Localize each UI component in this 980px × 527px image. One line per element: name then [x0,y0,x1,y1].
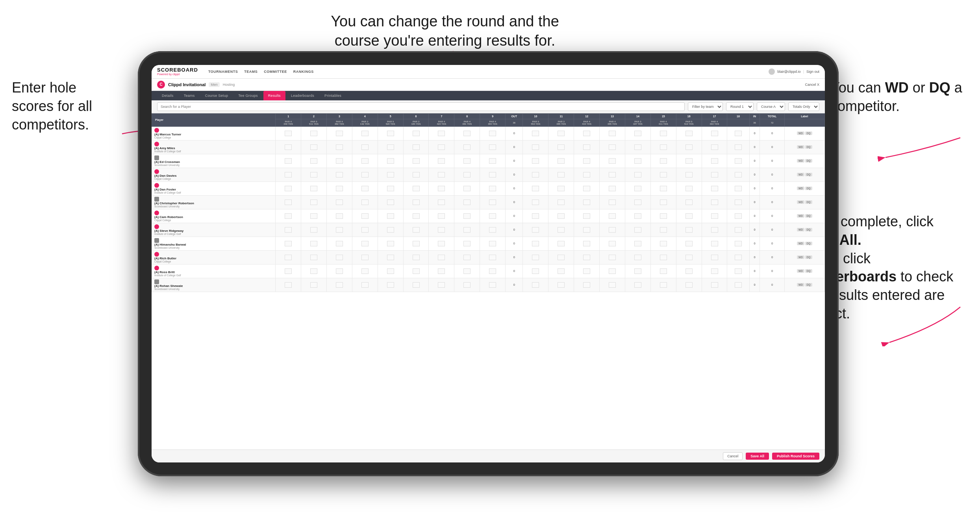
hole-5-cell[interactable] [378,168,403,181]
hole-17-cell[interactable] [702,237,727,250]
hole-4-input[interactable] [361,241,369,246]
sign-out-link[interactable]: Sign out [806,70,819,74]
hole-13-cell[interactable] [600,126,625,140]
hole-14-cell[interactable] [625,195,650,209]
hole-10-input[interactable] [532,227,539,233]
hole-15-input[interactable] [660,186,667,191]
hole-9-cell[interactable] [480,223,506,237]
hole-17-input[interactable] [711,255,718,260]
hole-17-input[interactable] [711,282,718,288]
hole-18-cell[interactable] [727,181,749,195]
hole-4-cell[interactable] [352,140,378,154]
hole-9-cell[interactable] [480,140,506,154]
hole-1-input[interactable] [285,282,292,288]
hole-6-cell[interactable] [403,168,429,181]
hole-10-cell[interactable] [523,168,548,181]
hole-11-cell[interactable] [548,223,574,237]
hole-3-cell[interactable] [326,154,352,168]
hole-14-cell[interactable] [625,140,650,154]
hole-17-cell[interactable] [702,181,727,195]
hole-2-input[interactable] [310,172,317,178]
hole-11-cell[interactable] [548,209,574,223]
course-select[interactable]: Course A Course B [757,102,785,111]
hole-1-input[interactable] [285,131,292,136]
hole-1-input[interactable] [285,268,292,274]
hole-9-input[interactable] [489,186,496,191]
wd-button[interactable]: WD [797,187,804,190]
hole-7-input[interactable] [438,282,445,288]
hole-2-input[interactable] [310,131,317,136]
hole-5-cell[interactable] [378,223,403,237]
hole-10-input[interactable] [532,241,539,246]
wd-button[interactable]: WD [797,200,804,204]
hole-4-cell[interactable] [352,195,378,209]
hole-17-cell[interactable] [702,195,727,209]
hole-5-cell[interactable] [378,154,403,168]
hole-4-cell[interactable] [352,264,378,278]
hole-4-input[interactable] [361,255,369,260]
hole-3-input[interactable] [336,172,343,178]
dq-button[interactable]: DQ [805,228,812,231]
hole-12-input[interactable] [583,241,590,246]
hole-9-cell[interactable] [480,126,506,140]
save-all-button[interactable]: Save All [746,453,769,460]
hole-1-input[interactable] [285,186,292,191]
hole-16-cell[interactable] [676,195,702,209]
hole-8-cell[interactable] [454,140,480,154]
hole-12-cell[interactable] [574,168,600,181]
nav-tournaments[interactable]: TOURNAMENTS [208,70,238,74]
hole-13-cell[interactable] [600,278,625,292]
hole-12-cell[interactable] [574,237,600,250]
hole-10-cell[interactable] [523,181,548,195]
hole-15-cell[interactable] [650,181,676,195]
hole-11-input[interactable] [558,227,565,233]
hole-6-input[interactable] [413,255,420,260]
hole-13-cell[interactable] [600,223,625,237]
hole-7-cell[interactable] [429,223,454,237]
hole-18-input[interactable] [735,282,742,288]
dq-button[interactable]: DQ [805,145,812,149]
hole-16-input[interactable] [685,172,693,178]
hole-13-cell[interactable] [600,181,625,195]
hole-10-cell[interactable] [523,278,548,292]
hole-15-cell[interactable] [650,168,676,181]
hole-12-input[interactable] [583,227,590,233]
hole-7-cell[interactable] [429,140,454,154]
hole-17-cell[interactable] [702,264,727,278]
hole-6-input[interactable] [413,158,420,164]
hole-11-cell[interactable] [548,140,574,154]
hole-15-cell[interactable] [650,223,676,237]
hole-16-cell[interactable] [676,209,702,223]
hole-9-input[interactable] [489,282,496,288]
hole-7-input[interactable] [438,158,445,164]
hole-12-input[interactable] [583,186,590,191]
tab-leaderboards[interactable]: Leaderboards [286,91,319,100]
hole-14-input[interactable] [634,241,641,246]
hole-15-cell[interactable] [650,126,676,140]
hole-7-cell[interactable] [429,209,454,223]
tab-course-setup[interactable]: Course Setup [200,91,233,100]
hole-3-cell[interactable] [326,126,352,140]
hole-6-cell[interactable] [403,209,429,223]
hole-17-cell[interactable] [702,278,727,292]
hole-5-cell[interactable] [378,140,403,154]
hole-2-cell[interactable] [301,195,327,209]
hole-7-input[interactable] [438,186,445,191]
hole-2-input[interactable] [310,255,317,260]
hole-17-cell[interactable] [702,250,727,264]
hole-3-input[interactable] [336,186,343,191]
hole-4-cell[interactable] [352,250,378,264]
hole-10-input[interactable] [532,158,539,164]
hole-13-input[interactable] [609,213,616,219]
hole-15-cell[interactable] [650,154,676,168]
tab-tee-groups[interactable]: Tee Groups [233,91,263,100]
hole-15-input[interactable] [660,255,667,260]
hole-7-cell[interactable] [429,264,454,278]
hole-17-input[interactable] [711,227,718,233]
hole-3-input[interactable] [336,255,343,260]
hole-18-input[interactable] [735,213,742,219]
hole-4-cell[interactable] [352,126,378,140]
hole-3-input[interactable] [336,268,343,274]
hole-5-cell[interactable] [378,195,403,209]
hole-15-cell[interactable] [650,278,676,292]
